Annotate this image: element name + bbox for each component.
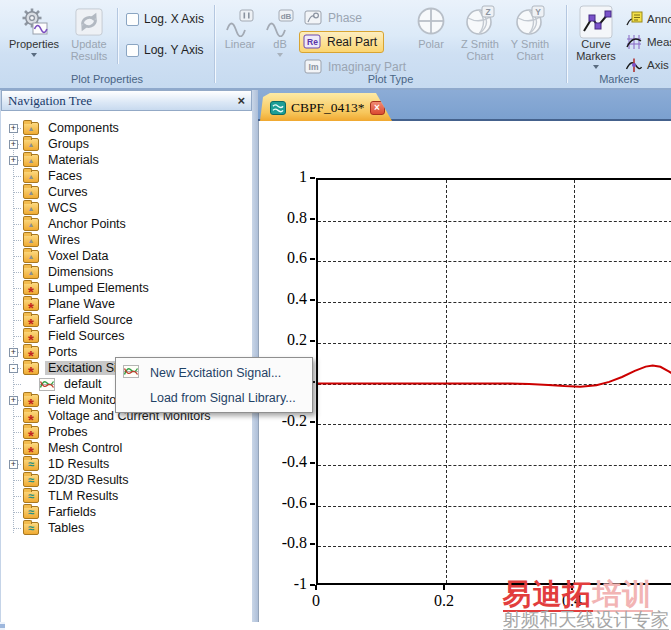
tree-item-voxel-data[interactable]: Voxel Data bbox=[1, 248, 252, 264]
tree-item-curves[interactable]: Curves bbox=[1, 184, 252, 200]
y-axis-tick-label: 1 bbox=[267, 168, 307, 186]
expand-icon[interactable]: + bbox=[9, 140, 18, 149]
tree-item-label: Probes bbox=[45, 425, 91, 439]
tree-item-label: Components bbox=[45, 121, 122, 135]
folder-cone-icon bbox=[23, 122, 39, 135]
x-axis-tick-label: 0 bbox=[296, 592, 336, 610]
tab-cbpf-0413[interactable]: CBPF_0413* × bbox=[260, 93, 396, 121]
tree-item-materials[interactable]: +Materials bbox=[1, 152, 252, 168]
expand-icon[interactable]: + bbox=[9, 156, 18, 165]
tree-item-2d-3d-results[interactable]: 2D/3D Results bbox=[1, 472, 252, 488]
svg-text:Y: Y bbox=[535, 7, 541, 17]
tree-item-lumped-elements[interactable]: Lumped Elements bbox=[1, 280, 252, 296]
measure-button[interactable]: Meas bbox=[625, 32, 671, 51]
signal-icon bbox=[123, 365, 139, 379]
tree-item-probes[interactable]: Probes bbox=[1, 424, 252, 440]
expand-icon[interactable]: + bbox=[9, 460, 18, 469]
update-results-button[interactable]: Update Results bbox=[64, 4, 114, 62]
tree-item-tables[interactable]: Tables bbox=[1, 520, 252, 536]
z-smith-chart-icon: Z bbox=[463, 5, 497, 39]
tree-item-groups[interactable]: +Groups bbox=[1, 136, 252, 152]
svg-text:Re: Re bbox=[307, 37, 318, 47]
y-axis-tick bbox=[310, 503, 315, 505]
tree-item-label: Farfield Source bbox=[45, 313, 136, 327]
tree-item-field-sources[interactable]: Field Sources bbox=[1, 328, 252, 344]
measure-icon bbox=[625, 33, 643, 51]
menu-item-label: New Excitation Signal... bbox=[150, 366, 281, 380]
expand-icon[interactable]: + bbox=[9, 348, 18, 357]
curve-markers-button[interactable]: Curve Markers bbox=[569, 4, 623, 69]
svg-text:Im: Im bbox=[309, 62, 319, 72]
real-part-button[interactable]: Re Real Part bbox=[299, 31, 384, 53]
document-tab-bar: CBPF_0413* × bbox=[258, 90, 671, 121]
close-icon[interactable]: × bbox=[237, 93, 245, 108]
tree-item-tlm-results[interactable]: TLM Results bbox=[1, 488, 252, 504]
y-smith-chart-button[interactable]: Y Y Smith Chart bbox=[505, 4, 555, 62]
chevron-down-icon bbox=[277, 53, 283, 57]
checkbox-icon bbox=[126, 44, 139, 57]
tree-item-farfield-source[interactable]: Farfield Source bbox=[1, 312, 252, 328]
folder-cone-icon bbox=[23, 154, 39, 167]
group-label-plot-properties: Plot Properties bbox=[0, 73, 214, 85]
tree-item-wcs[interactable]: WCS bbox=[1, 200, 252, 216]
tree-item-label: TLM Results bbox=[45, 489, 121, 503]
separator bbox=[117, 8, 118, 64]
polar-chart-icon bbox=[414, 5, 448, 39]
annotation-label: Anno bbox=[647, 13, 671, 25]
z-smith-chart-button[interactable]: Z Z Smith Chart bbox=[455, 4, 505, 62]
tree-item-label: Faces bbox=[45, 169, 85, 183]
tree-item-wires[interactable]: Wires bbox=[1, 232, 252, 248]
tree-item-label: Wires bbox=[45, 233, 83, 247]
folder-cone-icon bbox=[23, 266, 39, 279]
group-label-plot-type: Plot Type bbox=[215, 73, 566, 85]
linear-button[interactable]: Linear bbox=[218, 4, 262, 50]
collapse-icon[interactable]: - bbox=[9, 364, 18, 373]
tree-item-label: Anchor Points bbox=[45, 217, 129, 231]
signal-curve bbox=[318, 180, 671, 587]
log-y-axis-checkbox[interactable]: Log. Y Axis bbox=[126, 43, 204, 57]
menu-item-load-from-signal-library[interactable]: Load from Signal Library... bbox=[116, 385, 312, 410]
log-x-axis-checkbox[interactable]: Log. X Axis bbox=[126, 12, 204, 26]
ribbon-toolbar: Properties Update Results Log. X Axis Lo… bbox=[0, 0, 671, 90]
tab-close-icon[interactable]: × bbox=[370, 101, 385, 115]
watermark: 易迪拓培训 射频和天线设计专家 bbox=[503, 580, 670, 630]
watermark-brand-suffix: 培训 bbox=[593, 578, 653, 612]
tree-item-plane-wave[interactable]: Plane Wave bbox=[1, 296, 252, 312]
tree-item-components[interactable]: +Components bbox=[1, 120, 252, 136]
annotation-button[interactable]: Anno bbox=[625, 9, 671, 28]
axis-marker-button[interactable]: Axis bbox=[625, 55, 671, 74]
phase-label: Phase bbox=[328, 11, 362, 25]
axis-marker-label: Axis bbox=[647, 59, 669, 71]
panel-splitter[interactable] bbox=[252, 90, 258, 622]
expand-icon[interactable]: + bbox=[9, 124, 18, 133]
menu-item-new-excitation-signal[interactable]: New Excitation Signal... bbox=[116, 360, 312, 385]
folder-source-icon bbox=[23, 442, 39, 455]
chevron-down-icon bbox=[593, 65, 599, 69]
properties-label: Properties bbox=[9, 38, 59, 50]
tree-item-dimensions[interactable]: Dimensions bbox=[1, 264, 252, 280]
tree-item-mesh-control[interactable]: Mesh Control bbox=[1, 440, 252, 456]
properties-button[interactable]: Properties bbox=[6, 4, 62, 57]
x-axis-tick bbox=[315, 585, 317, 590]
folder-source-icon bbox=[23, 282, 39, 295]
log-x-axis-label: Log. X Axis bbox=[144, 12, 204, 26]
tree-item-farfields[interactable]: Farfields bbox=[1, 504, 252, 520]
checkbox-icon bbox=[126, 13, 139, 26]
tree-item-1d-results[interactable]: +1D Results bbox=[1, 456, 252, 472]
polar-label: Polar bbox=[418, 38, 444, 50]
annotation-icon bbox=[625, 10, 643, 28]
ribbon-group-plot-properties: Properties Update Results Log. X Axis Lo… bbox=[0, 0, 214, 88]
db-label: dB bbox=[273, 38, 286, 50]
db-button[interactable]: dB dB bbox=[263, 4, 297, 57]
z-smith-label: Z Smith Chart bbox=[455, 38, 505, 62]
watermark-brand: 易迪拓 bbox=[503, 578, 593, 612]
polar-button[interactable]: Polar bbox=[408, 4, 454, 50]
folder-cone-icon bbox=[23, 186, 39, 199]
tree-item-faces[interactable]: Faces bbox=[1, 168, 252, 184]
log-y-axis-label: Log. Y Axis bbox=[144, 43, 204, 57]
tree-item-anchor-points[interactable]: Anchor Points bbox=[1, 216, 252, 232]
phase-button[interactable]: Phase bbox=[301, 7, 368, 29]
expand-icon[interactable]: + bbox=[9, 396, 18, 405]
tree-item-label: Lumped Elements bbox=[45, 281, 152, 295]
tree-item-label: Farfields bbox=[45, 505, 99, 519]
